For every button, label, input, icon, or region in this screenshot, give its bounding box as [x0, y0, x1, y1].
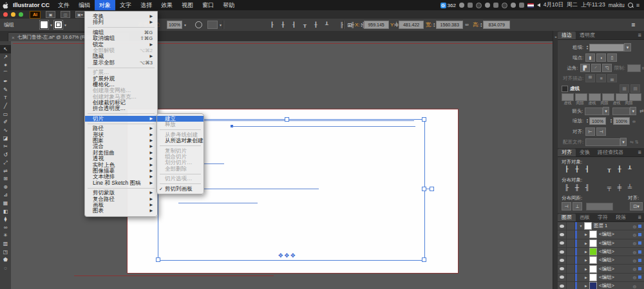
menubar-date[interactable]: 4月10日 — [544, 1, 564, 9]
arrow-scale-start-field[interactable]: 100% — [589, 117, 606, 125]
dock-controlbar-icon[interactable]: ≣ — [631, 19, 636, 31]
lock-toggle[interactable] — [567, 274, 575, 281]
pencil-tool[interactable]: ∿ — [0, 126, 11, 135]
link-scale-icon[interactable]: ∞ — [632, 119, 636, 124]
x-field[interactable]: 959.145 — [364, 21, 389, 29]
layer-name[interactable]: <编组> — [599, 274, 614, 281]
arrow-align-button-0[interactable]: ⊢ — [585, 127, 595, 136]
style-icon[interactable] — [195, 19, 202, 31]
align-stroke-button-2[interactable]: ▄ — [607, 74, 617, 82]
visibility-toggle[interactable] — [558, 256, 567, 264]
scale-tool[interactable]: ⤢ — [0, 158, 11, 167]
align-panel-menu-icon[interactable]: ≣ — [635, 149, 644, 156]
menubar-item-文件[interactable]: 文件 — [53, 0, 74, 10]
layers-tab-画板[interactable]: 画板 — [576, 214, 594, 221]
arrow-scale-end-field[interactable]: 100% — [613, 117, 630, 125]
curvature-tool[interactable]: ✎ — [0, 86, 11, 94]
layer-row-0[interactable]: ▼图层 1◎ — [558, 222, 644, 230]
volume-icon[interactable] — [537, 3, 540, 7]
scissors-tool[interactable]: ✂ — [0, 142, 11, 151]
link-dimensions-icon[interactable]: ∞ — [465, 19, 469, 31]
align-tab-变换[interactable]: 变换 — [576, 149, 594, 156]
align-object-button-4[interactable]: ╂ — [614, 165, 625, 173]
rectangle-tool[interactable]: ▭ — [0, 110, 11, 118]
align-object-button-3[interactable]: ┰ — [604, 165, 614, 173]
layer-name[interactable]: <编组> — [599, 257, 614, 263]
stroke-tab-描边[interactable]: 描边 — [558, 32, 576, 39]
expand-toggle-icon[interactable]: ▶ — [583, 241, 589, 245]
target-icon[interactable]: ◎ — [633, 284, 636, 288]
target-icon[interactable]: ◎ — [633, 224, 636, 228]
selection-indicator[interactable] — [638, 241, 641, 245]
object-menu-item-图表[interactable]: 图表▶ — [85, 208, 157, 214]
target-icon[interactable]: ◎ — [633, 241, 636, 245]
cap-button-1[interactable]: ◖ — [596, 53, 606, 62]
close-window-button[interactable] — [3, 12, 8, 17]
selection-handle[interactable] — [422, 257, 426, 262]
menubar-time[interactable]: 上午11:23 — [581, 1, 605, 9]
layers-tab-图层[interactable]: 图层 — [558, 214, 576, 221]
arrowhead-start-arrow[interactable]: ▾ — [603, 107, 609, 115]
perspective-grid-tool[interactable]: ⊿ — [0, 191, 11, 200]
zoom-tool[interactable]: ◌ — [0, 264, 11, 272]
layer-name[interactable]: 图层 1 — [594, 223, 607, 229]
layer-thumbnail[interactable] — [589, 282, 597, 289]
align-object-button-5[interactable]: ┸ — [625, 165, 635, 173]
corner-button-2[interactable]: ◹ — [602, 64, 612, 72]
selection-indicator[interactable] — [638, 225, 641, 228]
camera-icon[interactable] — [485, 3, 490, 8]
layers-tab-字符[interactable]: 字符 — [594, 214, 612, 221]
target-icon[interactable]: ◎ — [633, 275, 636, 279]
distribute-object-button-3[interactable]: ╤ — [604, 183, 614, 191]
profile-dropdown-arrow[interactable]: ▾ — [620, 138, 627, 146]
app-grid-icon[interactable] — [459, 3, 464, 8]
lock-toggle[interactable] — [567, 248, 575, 256]
align-object-button-2[interactable]: ┨ — [582, 165, 592, 173]
free-transform-tool[interactable]: ⊞ — [0, 175, 11, 183]
menubar-item-编辑[interactable]: 编辑 — [74, 0, 95, 10]
menubar-item-效果[interactable]: 效果 — [156, 0, 177, 10]
layer-row-2[interactable]: ▶<编组>◎ — [558, 239, 644, 248]
input-switch-icon[interactable] — [511, 3, 516, 8]
distribute-spacing-field[interactable] — [586, 203, 613, 210]
lasso-tool[interactable]: ⌒ — [0, 70, 11, 78]
arrow-align-button-1[interactable]: ⊣ — [596, 127, 606, 136]
menubar-item-帮助[interactable]: 帮助 — [218, 0, 239, 10]
visibility-toggle[interactable] — [558, 282, 567, 289]
stroke-weight-dropdown[interactable]: ▾ — [624, 43, 631, 51]
column-graph-tool[interactable]: ▥ — [0, 239, 11, 248]
input-language-flag-icon[interactable] — [527, 3, 534, 8]
layer-row-1[interactable]: ▶<编组>◎ — [558, 230, 644, 239]
corner-button-0[interactable]: ▛ — [580, 64, 590, 72]
corner-button-1[interactable]: ◜ — [591, 64, 601, 72]
menubar-item-对象[interactable]: 对象 — [95, 0, 115, 10]
preserve-dash-icon[interactable]: ▦ — [620, 84, 629, 93]
line-segment-tool[interactable]: ╱ — [0, 102, 11, 110]
cap-button-0[interactable]: ▮ — [585, 53, 595, 62]
lock-toggle[interactable] — [567, 282, 575, 289]
selection-indicator[interactable] — [638, 267, 641, 270]
menubar-item-选择[interactable]: 选择 — [136, 0, 156, 10]
layer-thumbnail[interactable] — [589, 256, 597, 264]
align-to-dropdown[interactable]: ⊡▾ — [630, 202, 643, 210]
controlbar-align-button-2[interactable]: ┨ — [289, 20, 299, 30]
shape-builder-tool[interactable]: ⊕ — [0, 183, 11, 191]
controlbar-align-button-3[interactable]: ┰ — [299, 20, 310, 30]
slice-submenu-item-建立[interactable]: 建立 — [157, 116, 204, 122]
menubar-item-窗口[interactable]: 窗口 — [198, 0, 218, 10]
target-icon[interactable]: ◎ — [633, 258, 636, 263]
heart-icon[interactable] — [519, 3, 524, 8]
align-tab-对齐[interactable]: 对齐 — [558, 149, 576, 156]
selection-tool[interactable]: ↖ — [0, 45, 11, 53]
paintbrush-tool[interactable]: ✐ — [0, 118, 11, 126]
expand-toggle-icon[interactable]: ▶ — [583, 275, 589, 279]
selection-handle[interactable] — [422, 117, 426, 122]
visibility-toggle[interactable] — [558, 222, 567, 230]
slice-submenu-item-从所选对象创建[interactable]: 从所选对象创建 — [157, 138, 204, 144]
distribute-object-button-4[interactable]: ╪ — [614, 183, 625, 191]
layer-thumbnail[interactable] — [589, 248, 597, 256]
cap-button-2[interactable]: ▯ — [607, 53, 617, 62]
visibility-toggle[interactable] — [558, 248, 567, 256]
align-stroke-button-0[interactable]: ▀ — [585, 74, 595, 82]
y-field[interactable]: 481.422 — [399, 21, 424, 29]
